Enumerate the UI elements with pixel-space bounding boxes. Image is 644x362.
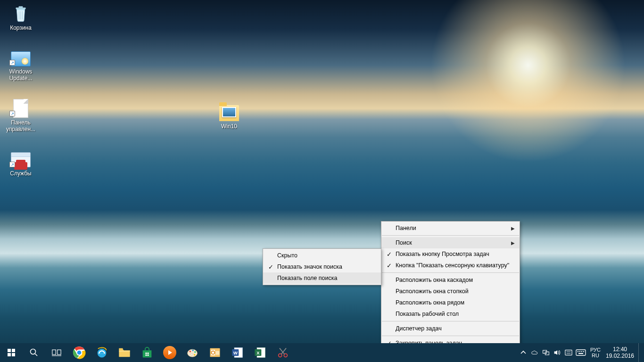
svg-rect-1 [19, 6, 23, 8]
svg-rect-26 [215, 351, 219, 355]
ime-icon [565, 349, 572, 356]
taskbar-app-excel[interactable]: X [249, 343, 272, 362]
paint-icon [186, 346, 199, 359]
tray-network[interactable] [540, 343, 552, 362]
taskbar-spacer[interactable] [294, 343, 518, 362]
taskbar-app-paint[interactable] [181, 343, 204, 362]
svg-marker-16 [168, 350, 172, 355]
desktop-icon-folder-win10[interactable]: Win10 [211, 101, 247, 131]
tray-volume[interactable] [552, 343, 563, 362]
word-icon: W [231, 346, 244, 359]
svg-rect-43 [576, 350, 586, 355]
svg-rect-4 [8, 353, 11, 356]
show-desktop-peek[interactable] [638, 343, 641, 362]
search-button[interactable] [23, 343, 45, 362]
tray-touch-keyboard[interactable] [574, 343, 587, 362]
desktop-icon-label: Службы [10, 170, 31, 177]
taskbar-app-word[interactable]: W [226, 343, 249, 362]
speaker-icon [553, 349, 561, 356]
menu-item-search-show-icon[interactable]: ✓ Показать значок поиска [263, 261, 381, 272]
tray-input-indicator[interactable] [563, 343, 574, 362]
menu-item-label: Показать кнопку Просмотра задач [396, 251, 489, 257]
tray-clock[interactable]: 12:40 19.02.2016 [603, 343, 636, 362]
shortcut-arrow-icon: ↗ [9, 162, 15, 167]
shortcut-arrow-icon: ↗ [9, 60, 15, 66]
check-icon: ✓ [386, 251, 392, 258]
taskbar-app-media-player[interactable] [158, 343, 181, 362]
taskbar-app-snipping[interactable] [272, 343, 294, 362]
desktop-icon-control-panel[interactable]: ↗ Панель управлен... [3, 98, 39, 133]
menu-item-stacked[interactable]: Расположить окна стопкой [381, 286, 520, 297]
chevron-up-icon [520, 349, 527, 356]
menu-item-show-taskview[interactable]: ✓ Показать кнопку Просмотра задач [381, 248, 520, 260]
svg-point-20 [194, 351, 196, 353]
svg-text:X: X [256, 351, 260, 355]
excel-icon: X [254, 346, 267, 359]
svg-rect-47 [583, 351, 584, 352]
svg-rect-9 [58, 350, 61, 354]
taskbar[interactable]: W X [0, 343, 644, 362]
menu-item-show-desktop[interactable]: Показать рабочий стол [381, 308, 520, 320]
menu-item-label: Расположить окна каскадом [396, 277, 473, 283]
tray-onedrive[interactable] [529, 343, 540, 362]
menu-item-search-hidden[interactable]: Скрыто [263, 250, 381, 261]
menu-item-label: Показать поле поиска [277, 275, 337, 281]
tray-language[interactable]: РУС RU [587, 343, 603, 362]
language-label-top: РУС [590, 347, 601, 353]
outlook-icon [208, 346, 222, 359]
svg-point-19 [192, 350, 194, 352]
svg-marker-39 [554, 350, 557, 355]
shortcut-arrow-icon: ↗ [9, 111, 15, 116]
menu-item-search-show-box[interactable]: Показать поле поиска [263, 272, 381, 284]
menu-separator [382, 272, 519, 273]
menu-item-label: Расположить окна стопкой [396, 288, 469, 295]
svg-text:W: W [233, 351, 238, 355]
menu-item-label: Скрыто [277, 252, 297, 259]
menu-separator [382, 336, 519, 336]
check-icon: ✓ [267, 263, 274, 271]
menu-item-touch-keyboard[interactable]: ✓ Кнопка "Показать сенсорную клавиатуру" [381, 260, 520, 271]
submenu-arrow-icon: ▶ [511, 240, 515, 246]
task-view-button[interactable] [45, 343, 68, 362]
task-view-icon [52, 348, 61, 357]
clock-time: 12:40 [613, 346, 627, 353]
menu-item-cascade[interactable]: Расположить окна каскадом [381, 274, 520, 286]
taskbar-context-menu[interactable]: Панели ▶ Поиск ▶ ✓ Показать кнопку Просм… [381, 221, 520, 362]
taskbar-app-ie[interactable] [91, 343, 113, 362]
menu-item-label: Показать рабочий стол [396, 311, 459, 317]
folder-icon [219, 102, 239, 122]
menu-separator [382, 235, 519, 236]
menu-item-search[interactable]: Поиск ▶ [381, 237, 520, 248]
svg-point-22 [191, 354, 193, 355]
desktop-icon-recycle-bin[interactable]: Корзина [3, 3, 39, 32]
check-icon: ✓ [386, 262, 392, 269]
taskbar-app-chrome[interactable] [68, 343, 91, 362]
menu-item-task-manager[interactable]: Диспетчер задач [381, 323, 520, 334]
menu-item-label: Показать значок поиска [277, 263, 342, 270]
chrome-icon [73, 346, 86, 359]
submenu-arrow-icon: ▶ [511, 226, 515, 231]
svg-point-18 [190, 351, 191, 353]
start-button[interactable] [0, 343, 23, 362]
tray-show-hidden-button[interactable] [518, 343, 529, 362]
desktop-icon-windows-update[interactable]: ↗ Windows Update... [3, 47, 39, 82]
file-explorer-icon [118, 346, 131, 359]
search-icon [29, 348, 39, 357]
taskbar-app-file-explorer[interactable] [113, 343, 136, 362]
system-tray: РУС RU 12:40 19.02.2016 [518, 343, 644, 362]
taskbar-app-outlook[interactable] [204, 343, 226, 362]
network-icon [542, 349, 550, 356]
menu-item-panels[interactable]: Панели ▶ [381, 222, 520, 234]
taskbar-app-store[interactable] [136, 343, 158, 362]
keyboard-icon [576, 349, 586, 356]
svg-rect-2 [8, 349, 11, 352]
search-submenu[interactable]: Скрыто ✓ Показать значок поиска Показать… [263, 248, 381, 285]
media-player-icon [163, 346, 176, 359]
svg-rect-15 [119, 348, 123, 350]
recycle-bin-icon [11, 4, 31, 24]
desktop-icon-services[interactable]: ↗ Службы [3, 148, 39, 178]
svg-rect-45 [579, 351, 580, 352]
desktop-icon-area[interactable]: Корзина ↗ Windows Update... ↗ Панель упр… [0, 0, 644, 343]
svg-rect-5 [12, 353, 15, 356]
menu-item-sidebyside[interactable]: Расположить окна рядом [381, 297, 520, 308]
